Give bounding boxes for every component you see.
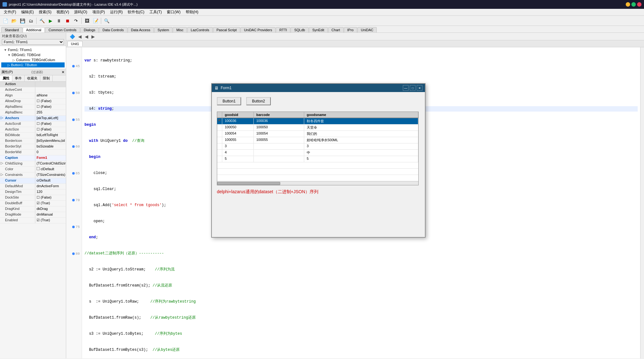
prop-row-borderstyl[interactable]: BorderStyl bsSizeable bbox=[0, 144, 66, 150]
tab-common-controls[interactable]: Common Controls bbox=[45, 27, 80, 32]
prop-row-enabled[interactable]: Enabled ☑ (True) bbox=[0, 218, 66, 223]
tab-data-access[interactable]: Data Access bbox=[128, 27, 154, 32]
tab-pascal-script[interactable]: Pascal Script bbox=[213, 27, 240, 32]
tab-lazcontrols[interactable]: LazControls bbox=[187, 27, 213, 32]
grid-row-7[interactable]: 5 5 bbox=[217, 156, 418, 162]
form-minimize-btn[interactable]: — bbox=[403, 85, 409, 91]
props-tab-events[interactable]: 事件 bbox=[12, 75, 25, 81]
tree-item-form1[interactable]: ▼ Form1: TForm1 bbox=[1, 47, 65, 52]
prop-row-caption[interactable]: Caption Form1 bbox=[0, 155, 66, 161]
prop-row-designtim[interactable]: DesignTim 120 bbox=[0, 189, 66, 195]
tree-item-button1[interactable]: ▷ Button1: TButton bbox=[1, 62, 65, 67]
prop-row-color[interactable]: Color clDefault bbox=[0, 167, 66, 172]
nav-back-btn[interactable]: 🔷 bbox=[69, 34, 76, 39]
tab-unidac[interactable]: UniDAC bbox=[357, 27, 377, 32]
prop-row-doublebuff[interactable]: DoubleBuff ☑ (True) bbox=[0, 201, 66, 206]
menu-view[interactable]: 视图(V) bbox=[54, 9, 72, 15]
open-button[interactable]: 📂 bbox=[10, 17, 18, 25]
tab-system[interactable]: System bbox=[154, 27, 173, 32]
tree-item-columns[interactable]: ▷ Columns: TDBGridColum bbox=[1, 57, 65, 62]
grid-row-4[interactable]: 100055 100055 娃哈哈纯净水500ML bbox=[217, 137, 418, 143]
tab-chart[interactable]: Chart bbox=[328, 27, 344, 32]
nav-back2-btn[interactable]: ◀ bbox=[84, 34, 89, 39]
menu-file[interactable]: 文件(F) bbox=[1, 9, 19, 15]
grid-row-6[interactable]: 4 中 bbox=[217, 150, 418, 156]
tab-dialogs[interactable]: Dialogs bbox=[80, 27, 99, 32]
grid-row-1[interactable]: ▶ 100036 100036 秋冬四件套 bbox=[217, 118, 418, 124]
object-selector[interactable]: Form1: TForm1 bbox=[2, 39, 64, 45]
prop-row-cursor[interactable]: Cursor crDefault bbox=[0, 178, 66, 184]
vertical-scrollbar[interactable] bbox=[640, 47, 644, 358]
prop-row-autosize[interactable]: AutoSize ☐ (False) bbox=[0, 127, 66, 133]
prop-expand-constraints[interactable]: ▷ bbox=[0, 172, 4, 178]
tab-additional[interactable]: Additional bbox=[23, 27, 45, 32]
prop-row-allowdrop[interactable]: AllowDrop ☐ (False) bbox=[0, 99, 66, 104]
tab-ipro[interactable]: IPro bbox=[344, 27, 357, 32]
grid-horizontal-scrollbar[interactable] bbox=[217, 181, 418, 185]
properties-close-icon[interactable]: ✕ bbox=[61, 70, 65, 74]
save-button[interactable]: 💾 bbox=[18, 17, 26, 25]
tab-sqldb[interactable]: SQLdb bbox=[291, 27, 308, 32]
minimize-button[interactable] bbox=[626, 2, 630, 7]
prop-row-alphablenc1[interactable]: AlphaBlenc ☐ (False) bbox=[0, 104, 66, 110]
prop-row-align[interactable]: Align alNone bbox=[0, 93, 66, 99]
prop-row-action[interactable]: Action bbox=[0, 82, 66, 87]
new-button[interactable]: 📄 bbox=[1, 17, 9, 25]
pause-button[interactable]: ⏸ bbox=[55, 17, 63, 25]
find-button[interactable]: 🔍 bbox=[102, 17, 111, 25]
form-maximize-btn[interactable]: □ bbox=[410, 85, 415, 91]
prop-row-bordericon[interactable]: BorderIcon [biSystemMenu,bil bbox=[0, 138, 66, 144]
menu-source[interactable]: 源码(O) bbox=[72, 9, 90, 15]
unit-tab-unit1[interactable]: Unit1 bbox=[67, 41, 83, 46]
toggle-form-button[interactable]: 🖼 bbox=[83, 17, 91, 25]
menu-window[interactable]: 窗口(W) bbox=[164, 9, 183, 15]
prop-row-bidimode[interactable]: BiDiMode bdLeftToRight bbox=[0, 133, 66, 138]
nav-fwd-btn[interactable]: ▶ bbox=[90, 34, 96, 39]
prop-row-constraints[interactable]: ▷ Constraints (TSizeConstraints) bbox=[0, 172, 66, 178]
step-over-button[interactable]: ↷ bbox=[72, 17, 80, 25]
prop-row-defaultmod[interactable]: DefaultMod dmActiveForm bbox=[0, 184, 66, 189]
menu-project[interactable]: 项目(P) bbox=[90, 9, 107, 15]
prop-row-dragmode[interactable]: DragMode dmManual bbox=[0, 212, 66, 218]
form-button2[interactable]: Button2 bbox=[246, 97, 270, 105]
prop-row-autoscroll[interactable]: AutoScroll ☐ (False) bbox=[0, 121, 66, 127]
tab-rtti[interactable]: RTTI bbox=[276, 27, 290, 32]
stop-button[interactable]: ⏹ bbox=[63, 17, 72, 25]
props-tab-favorites[interactable]: 收藏夹 bbox=[25, 75, 40, 81]
prop-row-anchors[interactable]: ▷ Anchors [akTop,akLeft] bbox=[0, 116, 66, 121]
props-tab-attributes[interactable]: 属性 bbox=[0, 75, 12, 81]
grid-row-3[interactable]: 100054 100054 我们的 bbox=[217, 131, 418, 137]
run-button[interactable]: ▶ bbox=[46, 17, 55, 25]
prop-row-dragkind[interactable]: DragKind dkDrag bbox=[0, 206, 66, 212]
tree-item-dbgrid[interactable]: ▼ DBGrid1: TDBGrid bbox=[1, 52, 65, 57]
props-tab-limits[interactable]: 限制 bbox=[40, 75, 53, 81]
close-button[interactable] bbox=[637, 2, 641, 7]
form-close-btn[interactable]: ✕ bbox=[417, 85, 422, 91]
maximize-button[interactable] bbox=[631, 2, 636, 7]
menu-run[interactable]: 运行(R) bbox=[107, 9, 125, 15]
tab-misc[interactable]: Misc bbox=[173, 27, 187, 32]
tab-standard[interactable]: Standard bbox=[1, 27, 22, 32]
tab-unidac-providers[interactable]: UniDAC Providers bbox=[241, 27, 276, 32]
menu-edit[interactable]: 编辑(E) bbox=[19, 9, 36, 15]
menu-tools[interactable]: 工具(T) bbox=[147, 9, 164, 15]
prop-row-borderwid[interactable]: BorderWid 0 bbox=[0, 150, 66, 155]
menu-packages[interactable]: 软件包(C) bbox=[125, 9, 147, 15]
prop-expand-anchors[interactable]: ▷ bbox=[0, 116, 4, 121]
prop-row-childsizing[interactable]: ▷ ChildSizing (TControlChildSizin bbox=[0, 161, 66, 167]
prop-expand-childsizing[interactable]: ▷ bbox=[0, 161, 4, 166]
build-button[interactable]: 🔨 bbox=[38, 17, 46, 25]
prop-row-docksite[interactable]: DockSite ☐ (False) bbox=[0, 195, 66, 201]
toggle-code-button[interactable]: 📝 bbox=[91, 17, 100, 25]
tab-data-controls[interactable]: Data Controls bbox=[99, 27, 127, 32]
menu-help[interactable]: 帮助(H) bbox=[183, 9, 201, 15]
grid-row-5[interactable]: 3 3 bbox=[217, 143, 418, 150]
menu-search[interactable]: 搜索(S) bbox=[36, 9, 54, 15]
tab-synedit[interactable]: SynEdit bbox=[309, 27, 328, 32]
save-all-button[interactable]: 🗂 bbox=[27, 17, 35, 25]
form-button1[interactable]: Button1 bbox=[217, 97, 241, 105]
prop-row-alphablenc2[interactable]: AlphaBlenc 255 bbox=[0, 110, 66, 116]
prop-row-activecont[interactable]: ActiveCont bbox=[0, 87, 66, 93]
grid-row-2[interactable]: 100050 100050 天堂伞 bbox=[217, 124, 418, 131]
nav-prev-btn[interactable]: ◀ bbox=[77, 34, 83, 39]
